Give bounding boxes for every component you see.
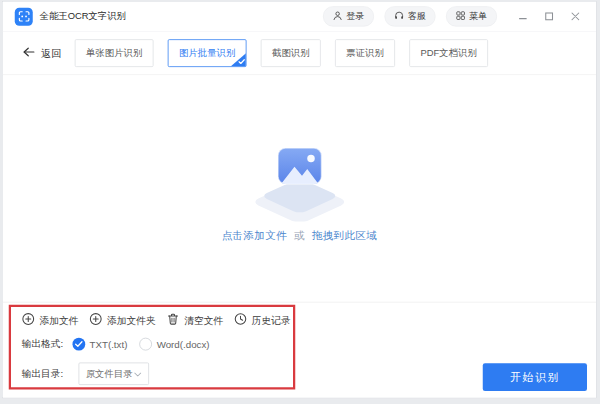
login-label: 登录 [346,10,364,23]
output-dir-row: 输出目录: 原文件目录 [22,363,149,386]
headset-icon [394,10,404,22]
screenshot-stage: 全能王OCR文字识别 登录 [0,0,600,404]
options-panel: 添加文件 添加文件夹 [3,302,596,397]
app-title: 全能王OCR文字识别 [40,10,126,23]
add-folder-button[interactable]: 添加文件夹 [89,312,156,328]
tab-ticket-ocr[interactable]: 票证识别 [335,39,395,67]
start-recognition-button[interactable]: 开始识别 [483,363,587,391]
tab-bar: 返回 单张图片识别 图片批量识别 截图识别 票证识别 PDF文档识别 [3,32,596,76]
tab-label: 票证识别 [346,48,384,59]
output-format-row: 输出格式: TXT(.txt) Word(.docx) [22,337,222,351]
output-dir-label: 输出目录: [22,367,64,381]
clear-files-label: 清空文件 [184,313,223,327]
clock-icon [234,312,248,328]
history-button[interactable]: 历史记录 [234,312,291,328]
back-label: 返回 [41,46,61,60]
drop-click-label[interactable]: 点击添加文件 [222,229,287,241]
drop-hint-text: 点击添加文件 或 拖拽到此区域 [222,229,377,243]
radio-option-word[interactable]: Word(.docx) [139,337,221,350]
radio-checked-icon[interactable] [72,337,85,350]
login-button[interactable]: 登录 [323,6,374,26]
tab-label: PDF文档识别 [421,48,477,59]
support-label: 客服 [408,10,426,23]
tab-screenshot-ocr[interactable]: 截图识别 [261,39,321,67]
output-dir-select[interactable]: 原文件目录 [78,363,149,386]
drop-or-label: 或 [294,229,305,241]
file-drop-zone[interactable]: 点击添加文件 或 拖拽到此区域 [3,75,596,302]
radio-word-label: Word(.docx) [157,338,210,349]
file-toolbar: 添加文件 添加文件夹 [22,312,291,328]
clear-files-button[interactable]: 清空文件 [166,312,223,328]
window-controls [517,10,582,22]
tab-batch-image-ocr[interactable]: 图片批量识别 [168,39,247,67]
user-icon [333,10,343,22]
tab-label: 单张图片识别 [86,48,142,59]
radio-txt-label: TXT(.txt) [89,338,127,349]
close-button[interactable] [569,10,581,22]
tab-label: 图片批量识别 [179,48,235,59]
drop-drag-label: 拖拽到此区域 [312,229,377,241]
output-format-label: 输出格式: [22,337,64,351]
add-file-label: 添加文件 [40,313,79,327]
minimize-button[interactable] [517,10,529,22]
titlebar-actions: 登录 客服 [323,6,581,26]
tab-single-image-ocr[interactable]: 单张图片识别 [75,39,154,67]
radio-unchecked-icon[interactable] [139,337,152,350]
chevron-down-icon [134,369,142,380]
output-dir-value: 原文件目录 [86,367,133,380]
back-arrow-icon [22,47,35,60]
add-circle-icon [89,312,103,328]
add-circle-icon [22,312,36,328]
menu-label: 菜单 [469,10,487,23]
image-stack-icon [247,144,352,225]
menu-button[interactable]: 菜单 [446,6,497,26]
maximize-button[interactable] [543,10,555,22]
back-button[interactable]: 返回 [22,46,61,60]
add-file-button[interactable]: 添加文件 [22,312,79,328]
history-label: 历史记录 [252,313,291,327]
app-window: 全能王OCR文字识别 登录 [2,1,597,399]
titlebar: 全能王OCR文字识别 登录 [3,2,596,32]
tab-label: 截图识别 [272,48,310,59]
add-folder-label: 添加文件夹 [107,313,156,327]
grid-menu-icon [456,10,466,22]
trash-icon [166,312,180,328]
app-logo-icon [15,7,33,25]
support-button[interactable]: 客服 [385,6,436,26]
tab-pdf-ocr[interactable]: PDF文档识别 [409,39,488,67]
radio-option-txt[interactable]: TXT(.txt) [72,337,139,350]
